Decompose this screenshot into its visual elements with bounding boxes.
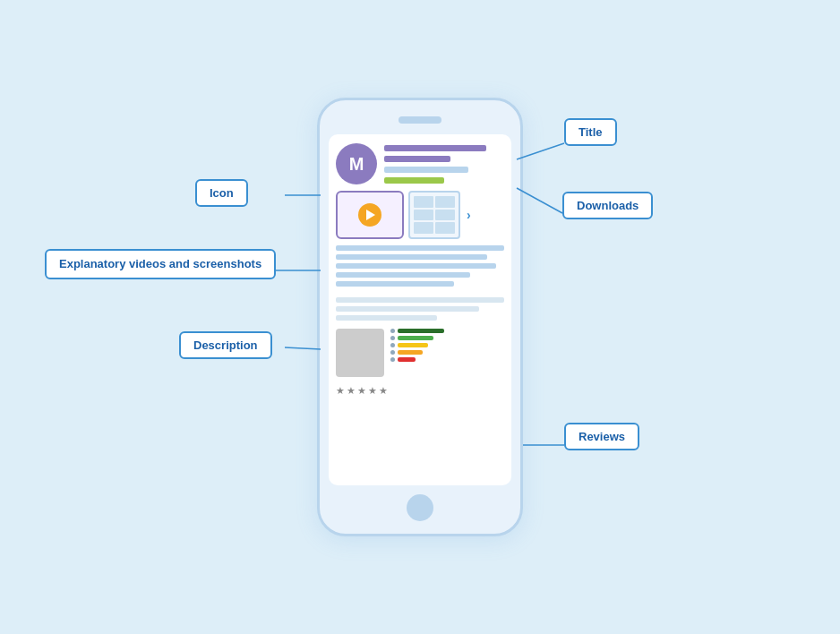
title-bar-2 [384,156,450,162]
rating-row-1 [390,357,504,362]
screenshot-thumbnail [408,191,460,239]
description-section [336,245,504,321]
label-reviews: Reviews [564,423,639,450]
svg-line-1 [517,188,562,213]
svg-line-0 [517,143,564,159]
rating-row-4 [390,336,504,340]
video-thumbnail [336,191,404,239]
rating-bars [390,329,504,377]
desc-bar-7 [336,306,479,312]
phone-speaker [399,116,441,124]
desc-bar-6 [336,297,504,303]
rating-row-5 [390,329,504,333]
play-button[interactable] [358,203,381,227]
label-downloads: Downloads [562,192,653,219]
label-icon: Icon [195,179,248,207]
phone-mockup: M › [317,98,523,536]
app-header: M [336,143,504,184]
rating-row-3 [390,343,504,347]
desc-bar-3 [336,263,496,269]
label-description: Description [179,331,272,359]
title-bar-1 [384,145,486,151]
desc-bar-5 [336,281,454,287]
review-image [336,329,384,377]
svg-line-4 [285,347,321,349]
play-icon [366,210,375,220]
reviews-section [336,329,504,377]
desc-bar-1 [336,245,504,251]
app-title-area [384,143,504,184]
desc-bar-4 [336,272,470,278]
app-icon: M [336,143,377,184]
label-explanatory: Explanatory videos and screenshots [45,249,276,279]
phone-home-button [407,494,433,521]
media-row: › [336,191,504,239]
desc-bar-2 [336,254,487,260]
downloads-bar [384,177,444,184]
chevron-right-icon[interactable]: › [467,208,471,222]
title-bar-3 [384,167,468,173]
rating-row-2 [390,350,504,355]
stars-row: ★ ★ ★ ★ ★ [336,385,504,397]
phone-screen: M › [329,134,511,485]
label-title: Title [564,118,617,146]
desc-bar-8 [336,315,437,321]
